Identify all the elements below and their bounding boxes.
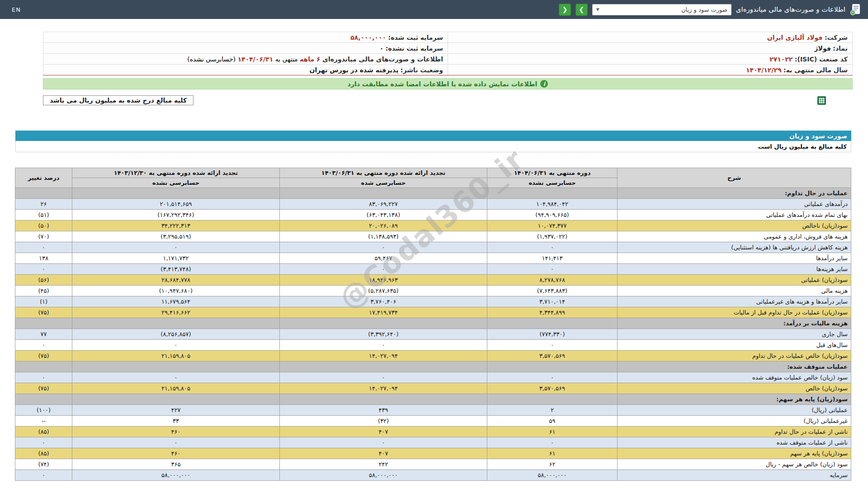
row-change-value: (۱۰۰)	[15, 405, 72, 416]
language-switch-en[interactable]: EN	[12, 6, 21, 13]
row-value: ۶۱	[487, 448, 618, 459]
row-value: (۱,۹۳۷,۰۲۲)	[487, 231, 618, 242]
table-row: ناشی از عملیات متوقف شده۰۰۰۰	[15, 437, 851, 448]
row-value: ۰	[72, 242, 280, 253]
row-value: ۲۸,۶۸۴,۷۷۸	[72, 275, 280, 286]
symbol-value: فولاژ	[814, 45, 830, 52]
registered-capital-label: سرمایه ثبت شده:	[388, 34, 443, 41]
info-row: سال مالی منتهی به: ۱۴۰۴/۱۲/۲۹ وضعیت ناشر…	[43, 65, 853, 75]
row-label: سود(زیان) عملیاتی	[618, 275, 851, 286]
row-value: ۰	[72, 340, 280, 351]
row-change-value: ۱۳۸	[15, 253, 72, 264]
row-change-value: (۸۵)	[15, 448, 72, 459]
header-period-restated-annual: تجدید ارائه شده دوره منتهی به ۱۴۰۳/۱۲/۳۰	[72, 168, 280, 178]
row-value: (۱,۱۳۸,۵۹۳)	[280, 231, 487, 242]
row-value: ۲۱,۱۵۹,۸۰۵	[72, 383, 280, 394]
row-value: ۵۸,۰۰۰,۰۰۰	[487, 470, 618, 481]
table-row: غیرعملیاتی (ریال)۵۹(۳۲)۳۳--	[15, 416, 851, 427]
statement-type-select[interactable]: صورت سود و زیان ▼	[592, 4, 731, 15]
row-value: ۰	[487, 264, 618, 275]
row-value: ۴۰۷	[280, 448, 487, 459]
row-value: ۰	[487, 372, 618, 383]
row-value	[72, 394, 280, 405]
table-row: هزینه کاهش ارزش دریافتنی ها (هزینه استثن…	[15, 242, 851, 253]
period-label: اطلاعات و صورت‌های مالی میاندوره‌ای	[322, 56, 443, 63]
row-change-value: (۷۵)	[15, 351, 72, 361]
row-label: سود(زیان) خالص	[618, 383, 851, 394]
company-name: فولاد آلیاژی ایران	[767, 34, 823, 41]
row-label: سود(زیان) پایه هر سهم:	[618, 394, 851, 405]
row-value: ۳,۵۷۰,۵۶۹	[487, 383, 618, 394]
row-label: سال جاری	[618, 329, 851, 340]
row-value: ۵۸,۰۰۰,۰۰۰	[280, 470, 487, 481]
row-value: (۵,۲۸۷,۶۳۵)	[280, 286, 487, 296]
row-value: ۳,۷۶۰,۴۰۶	[280, 296, 487, 307]
table-row: سود(زیان) خالص عملیات در حال تداوم۳,۵۷۰,…	[15, 351, 851, 361]
codal-interim-statement-page: اطلاعات و صورت‌های مالی میاندوره‌ای صورت…	[0, 0, 868, 488]
row-change-value: (۷۵)	[15, 383, 72, 394]
row-value: ۱۴۱,۴۱۳	[487, 253, 618, 264]
row-value: ۰	[280, 264, 487, 275]
row-value	[280, 318, 487, 329]
table-row: سود(زیان) عملیاتی۸,۲۷۸,۷۶۸۱۸,۹۴۶,۹۶۳۲۸,۶…	[15, 275, 851, 286]
row-change-value: (۵۱)	[15, 210, 72, 221]
row-label: هزینه مالی	[618, 286, 851, 296]
row-change-value: ۷۷	[15, 329, 72, 340]
signature-match-banner: i اطلاعات نمایش داده شده با اطلاعات امضا…	[43, 78, 853, 89]
row-value: ۱۰۴,۹۸۴,۰۴۲	[487, 199, 618, 210]
table-row: درآمدهای عملیاتی۱۰۴,۹۸۴,۰۴۲۸۳,۰۶۹,۲۲۷۲۰۱…	[15, 199, 851, 210]
row-value: ۰	[280, 340, 487, 351]
table-row: سود(زیان) خالص۳,۵۷۰,۵۶۹۱۴,۰۲۷,۰۹۴۲۱,۱۵۹,…	[15, 383, 851, 394]
row-change-value: ۰	[15, 340, 72, 351]
row-value: ۱۸,۹۴۶,۹۶۳	[280, 275, 487, 286]
section-row: سود(زیان) پایه هر سهم:	[15, 394, 851, 405]
isic-label: کد صنعت (ISIC):	[795, 56, 848, 63]
row-label: سود(زیان) خالص عملیات در حال تداوم	[618, 351, 851, 361]
table-row: سود(زیان) عملیات در حال تداوم قبل از مال…	[15, 307, 851, 318]
pl-table-body: عملیات در حال تداوم:درآمدهای عملیاتی۱۰۴,…	[15, 188, 851, 481]
row-label: درآمدهای عملیاتی	[618, 199, 851, 210]
row-change-value: (۴۵)	[15, 286, 72, 296]
table-row: سود(زیان) پایه هر سهم۶۱۴۰۷۴۶۰(۸۵)	[15, 448, 851, 459]
header-audit-status-2: حسابرسی شده	[280, 178, 487, 188]
row-value	[487, 394, 618, 405]
table-header: شرح دوره منتهی به ۱۴۰۴/۰۶/۳۱ تجدید ارائه…	[15, 168, 851, 188]
row-value	[280, 188, 487, 199]
next-statement-button[interactable]: ❯	[576, 4, 588, 16]
row-change-value	[15, 361, 72, 372]
issuer-status-label: وضعیت ناشر:	[401, 66, 443, 74]
row-label: هزینه کاهش ارزش دریافتنی ها (هزینه استثن…	[618, 242, 851, 253]
row-value: ۳,۷۱۰,۰۱۴	[487, 296, 618, 307]
row-value	[487, 188, 618, 199]
fiscal-year-value: ۱۴۰۴/۱۲/۲۹	[746, 66, 782, 74]
row-value: ۰	[72, 372, 280, 383]
row-value: ۴۳۹	[280, 405, 487, 416]
row-value	[72, 318, 280, 329]
row-value: ۵۹	[487, 416, 618, 427]
row-value: (۳۲)	[280, 416, 487, 427]
excel-export-icon[interactable]	[817, 96, 826, 105]
row-label: هزینه مالیات بر درآمد:	[618, 318, 851, 329]
row-label: عملیات متوقف شده:	[618, 361, 851, 372]
row-change-value: ۰	[15, 372, 72, 383]
isic-value: ۲۷۱۰۲۲	[769, 56, 793, 63]
registered-capital-cell: سرمایه ثبت شده: ۵۸,۰۰۰,۰۰۰	[43, 32, 448, 43]
previous-statement-button[interactable]: ❮	[559, 4, 571, 16]
row-value: ۲۹,۴۱۶,۶۶۲	[72, 307, 280, 318]
row-value: ۲۱,۱۵۹,۸۰۵	[72, 351, 280, 361]
period-middle: منتهی به	[275, 56, 298, 63]
info-row: کد صنعت (ISIC): ۲۷۱۰۲۲ اطلاعات و صورت‌ها…	[43, 54, 853, 65]
row-value: ۱,۱۷۱,۷۳۲	[72, 253, 280, 264]
row-value: ۵۸,۰۰۰,۰۰۰	[72, 470, 280, 481]
row-label: غیرعملیاتی (ریال)	[618, 416, 851, 427]
row-value: (۷,۶۴۳,۸۸۳)	[487, 286, 618, 296]
row-value	[487, 361, 618, 372]
row-change-value: (۷۴)	[15, 459, 72, 470]
row-label: سایر درآمدها	[618, 253, 851, 264]
row-value	[280, 361, 487, 372]
table-row: هزینه مالی(۷,۶۴۳,۸۸۳)(۵,۲۸۷,۶۳۵)(۱۰,۹۴۷,…	[15, 286, 851, 296]
row-value: (۳,۴۱۳,۷۴۸)	[72, 264, 280, 275]
row-label: سایر درآمدها و هزینه های غیرعملیاتی	[618, 296, 851, 307]
row-value	[72, 361, 280, 372]
header-change-percent: درصد تغییر	[15, 168, 72, 188]
